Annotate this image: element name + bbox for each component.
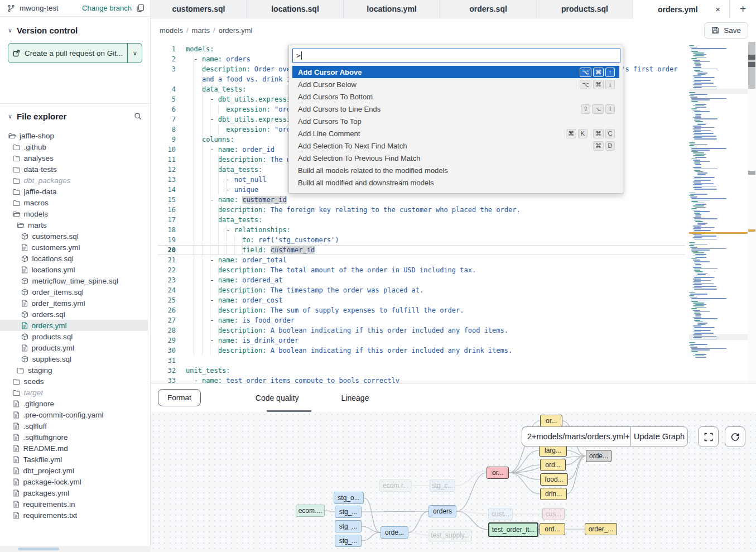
update-graph-button[interactable]: Update Graph [630,426,688,447]
lineage-selector-input[interactable]: 2+models/marts/orders.yml+ [522,426,630,447]
tab-lineage[interactable]: Lineage [337,393,374,402]
create-pr-caret-button[interactable]: ∨ [128,44,142,63]
file-tree-item-staging[interactable]: staging [0,364,148,376]
lineage-node-seed[interactable]: ecom.... [296,505,325,517]
lineage-node-orde-blue[interactable]: orde... [381,526,408,539]
command-item[interactable]: Add Selection To Previous Find Match [292,152,619,164]
editor-tab-products-sql[interactable]: products.sql [537,0,633,18]
command-item[interactable]: Build all models related to the modified… [292,164,619,176]
file-tree-item-customers-sql[interactable]: customers.sql [0,231,148,242]
lineage-node-or-pink[interactable]: or... [487,467,509,479]
file-tree-item-products-sql[interactable]: products.sql [0,331,148,342]
editor-tab-locations-sql[interactable]: locations.sql [247,0,344,18]
lineage-node-stg-1[interactable]: stg_... [335,506,362,518]
format-button[interactable]: Format [158,389,201,406]
file-tree-item--pre-commit-config-yaml[interactable]: .pre-commit-config.yaml [0,409,148,420]
lineage-node-ecomr-faded[interactable]: ecom.r... [379,479,412,492]
command-item[interactable]: Add Cursor Below⌥⌘↓ [292,78,619,90]
change-branch-link[interactable]: Change branch [82,4,132,12]
breadcrumb-part[interactable]: orders.yml [219,26,253,35]
new-tab-button[interactable]: + [730,0,756,18]
code-line[interactable]: 28 description: A boolean indicating if … [158,325,685,335]
lineage-node-order-3[interactable]: order_... [585,523,617,535]
file-tree-item-customers-yml[interactable]: customers.yml [0,242,148,253]
editor-tab-locations-yml[interactable]: locations.yml [344,0,440,18]
lineage-node-orde-gray[interactable]: orde... [586,450,611,462]
file-tree-item-order-items-sql[interactable]: order_items.sql [0,286,148,297]
file-tree-item-locations-sql[interactable]: locations.sql [0,253,148,264]
file-tree-item-requirements-in[interactable]: requirements.in [0,498,148,510]
lineage-node-tsupply-faded[interactable]: test_supply... [428,529,472,541]
code-line[interactable]: 19 to: ref('stg_customers') [158,235,685,245]
code-line[interactable]: 23 - name: ordered_at [158,275,685,285]
editor-tab-orders-sql[interactable]: orders.sql [440,0,537,18]
breadcrumb-part[interactable]: models [160,26,183,35]
file-tree-item-requirements-txt[interactable]: requirements.txt [0,510,148,521]
search-icon[interactable] [134,112,142,121]
code-line[interactable]: 22 description: The total amount of the … [158,265,685,275]
file-tree-item-order-items-yml[interactable]: order_items.yml [0,297,148,309]
file-tree-item-package-lock-yml[interactable]: package-lock.yml [0,476,148,487]
code-line[interactable]: 32unit_tests: [158,366,685,376]
code-line[interactable]: 24 description: The timestamp the order … [158,285,685,295]
lineage-node-stg-3[interactable]: stg_... [335,535,362,547]
file-tree-item-packages-yml[interactable]: packages.yml [0,487,148,498]
file-tree-item-readme-md[interactable]: README.md [0,443,148,454]
lineage-node-test-sel[interactable]: test_order_it... [488,522,538,537]
code-line[interactable]: 16 description: The foreign key relating… [158,205,685,215]
file-tree-item-marts[interactable]: marts [0,219,148,231]
file-tree-item-data-tests[interactable]: data-tests [0,164,148,175]
code-line[interactable]: 26 description: The sum of supply expens… [158,305,685,315]
code-line[interactable]: 25 - name: order_cost [158,295,685,305]
file-tree-item-dbt-project-yml[interactable]: dbt_project.yml [0,465,148,476]
lineage-node-stgc-faded[interactable]: stg_c... [430,479,455,492]
file-tree-item-supplies-sql[interactable]: supplies.sql [0,353,148,364]
code-line[interactable]: 30 description: A boolean indicating if … [158,345,685,356]
code-line[interactable]: 21 - name: order_total [158,255,685,265]
file-tree-item-models[interactable]: models [0,208,148,219]
file-tree-item-macros[interactable]: macros [0,197,148,208]
refresh-button[interactable] [725,426,745,447]
breadcrumb-part[interactable]: marts [192,26,210,35]
file-tree-item--sqlfluff[interactable]: .sqlfluff [0,420,148,431]
editor-tab-customers-sql[interactable]: customers.sql [151,0,247,18]
code-line[interactable]: 31 [158,356,685,366]
lineage-node-drin[interactable]: drin... [540,488,567,500]
code-line[interactable]: 15 - name: customer_id [158,195,685,205]
file-tree-item-seeds[interactable]: seeds [0,376,148,387]
sidebar-horizontal-scrollbar[interactable] [0,546,151,552]
code-line[interactable]: 27 - name: is_food_order [158,315,685,325]
copy-icon[interactable] [136,4,145,12]
file-tree-item-analyses[interactable]: analyses [0,152,148,164]
scrollbar-thumb[interactable] [18,548,59,550]
lineage-canvas[interactable]: 2+models/marts/orders.yml+ Update Graph [151,412,756,552]
code-line-current[interactable]: 20 field: customer_id [158,245,685,255]
command-item[interactable]: Add Cursors To Bottom [292,90,619,103]
command-item[interactable]: Add Cursor Above⌥⌘↑ [292,66,619,78]
file-tree-item--github[interactable]: .github [0,141,148,152]
command-palette-input[interactable]: > [292,49,620,63]
code-line[interactable]: 33 - name: test_order_items_compute_to_b… [158,376,685,383]
lineage-node-food[interactable]: food... [540,473,568,486]
lineage-node-cust-faded[interactable]: cust... [488,508,513,520]
command-item[interactable]: Add Cursors to Line Ends⇧⌥I [292,103,619,115]
file-tree-item-jaffle-shop[interactable]: jaffle-shop [0,130,148,141]
save-button[interactable]: Save [704,22,748,39]
editor-tab-orders-yml[interactable]: orders.yml× [633,0,730,18]
close-icon[interactable]: × [715,4,720,14]
command-item[interactable]: Build all modified and downstream models [292,176,619,189]
command-item[interactable]: Add Cursors To Top [292,115,619,127]
lineage-node-cus-faded[interactable]: cus... [542,508,565,520]
editor-minimap[interactable] [689,45,748,358]
file-tree-item-dbt-packages[interactable]: dbt_packages [0,175,148,186]
file-tree-item-taskfile-yml[interactable]: Taskfile.yml [0,454,148,465]
version-control-header[interactable]: ∨ Version control [0,17,150,41]
tab-code-quality[interactable]: Code quality [251,393,304,402]
file-tree-item-metricflow-time-spine-sql[interactable]: metricflow_time_spine.sql [0,275,148,286]
file-explorer-header[interactable]: ∨ File explorer [0,104,150,126]
lineage-node-ord-2[interactable]: ord... [540,523,565,535]
command-item[interactable]: Add Selection To Next Find Match⌘D [292,140,619,152]
lineage-node-stg-2[interactable]: stg_... [335,520,362,532]
file-tree-item-locations-yml[interactable]: locations.yml [0,264,148,275]
file-tree-item-orders-yml[interactable]: orders.yml [0,320,148,331]
